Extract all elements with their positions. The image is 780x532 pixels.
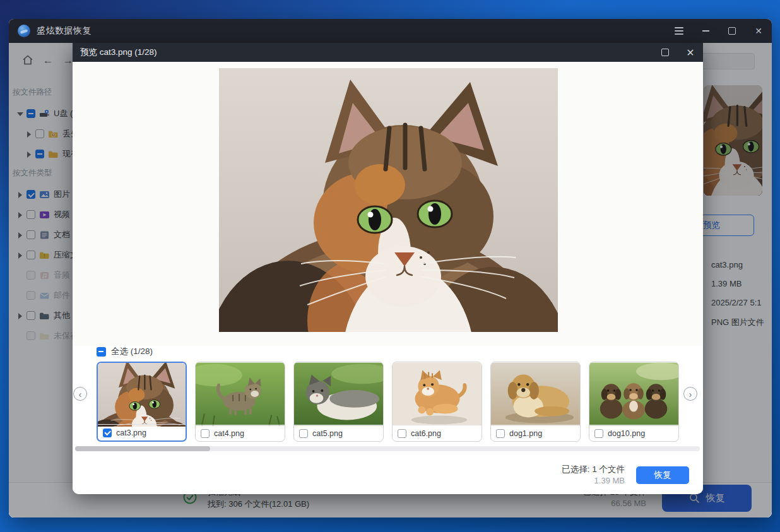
thumbnail-checkbox[interactable]	[299, 429, 308, 438]
minimize-icon[interactable]	[692, 19, 719, 43]
strip-prev-button[interactable]: ‹	[73, 387, 87, 401]
maximize-icon[interactable]	[719, 19, 745, 43]
thumbnail-filename: dog10.png	[608, 429, 645, 438]
desktop-background: 盛炫数据恢复 ✕ ← → 按文件路径	[0, 0, 780, 532]
select-all-checkbox[interactable]	[97, 347, 106, 357]
thumbnail-image	[589, 362, 678, 426]
thumbnail-image	[98, 363, 186, 427]
thumbnail-filename: cat6.png	[411, 429, 441, 438]
thumbnail-image	[393, 362, 482, 426]
thumbnail-card-cat6[interactable]: cat6.png	[392, 362, 482, 442]
dialog-footer: 已选择: 1 个文件 1.39 MB 恢复	[73, 451, 703, 494]
thumbnail-image	[294, 362, 383, 426]
select-all-label: 全选 (1/28)	[111, 346, 153, 357]
strip-next-button[interactable]: ›	[683, 387, 697, 401]
menu-icon[interactable]	[666, 19, 692, 43]
app-titlebar[interactable]: 盛炫数据恢复 ✕	[9, 19, 772, 43]
app-window: 盛炫数据恢复 ✕ ← → 按文件路径	[9, 19, 772, 517]
thumbnail-filename: cat5.png	[312, 429, 343, 438]
select-all-row[interactable]: 全选 (1/28)	[97, 345, 153, 358]
dialog-maximize-icon[interactable]	[653, 43, 678, 62]
recover-button-dialog[interactable]: 恢复	[636, 466, 689, 484]
thumbnail-checkbox[interactable]	[103, 429, 112, 437]
thumbnail-card-dog10[interactable]: dog10.png	[589, 362, 679, 442]
thumbnail-image	[196, 362, 285, 426]
preview-dialog: 预览 cat3.png (1/28) ✕ 全选 (1/28) ‹ ›	[73, 43, 703, 494]
dialog-selected-size: 1.39 MB	[594, 476, 625, 485]
thumbnail-image	[491, 362, 580, 426]
thumbnail-checkbox[interactable]	[496, 429, 505, 438]
app-title: 盛炫数据恢复	[37, 25, 92, 37]
thumbnail-checkbox[interactable]	[398, 429, 406, 438]
thumbnail-card-cat3[interactable]: cat3.png	[97, 362, 187, 442]
horizontal-scrollbar[interactable]	[75, 446, 700, 451]
dialog-titlebar[interactable]: 预览 cat3.png (1/28) ✕	[73, 43, 703, 62]
close-icon[interactable]: ✕	[745, 19, 772, 43]
thumbnail-filename: dog1.png	[509, 429, 542, 438]
thumbnail-card-cat4[interactable]: cat4.png	[195, 362, 285, 442]
thumbnail-card-dog1[interactable]: dog1.png	[490, 362, 581, 442]
dialog-close-icon[interactable]: ✕	[678, 43, 703, 62]
app-logo-icon	[18, 25, 30, 37]
thumbnail-filename: cat3.png	[116, 429, 146, 437]
thumbnail-card-cat5[interactable]: cat5.png	[293, 362, 384, 442]
thumbnail-checkbox[interactable]	[594, 429, 603, 438]
dialog-selected-text: 已选择: 1 个文件	[562, 464, 625, 475]
preview-image-cat3	[219, 68, 558, 332]
preview-stage	[73, 62, 703, 346]
thumbnail-filename: cat4.png	[214, 429, 244, 438]
dialog-title: 预览 cat3.png (1/28)	[80, 47, 157, 58]
scrollbar-thumb[interactable]	[75, 446, 210, 451]
thumbnail-checkbox[interactable]	[201, 429, 210, 438]
